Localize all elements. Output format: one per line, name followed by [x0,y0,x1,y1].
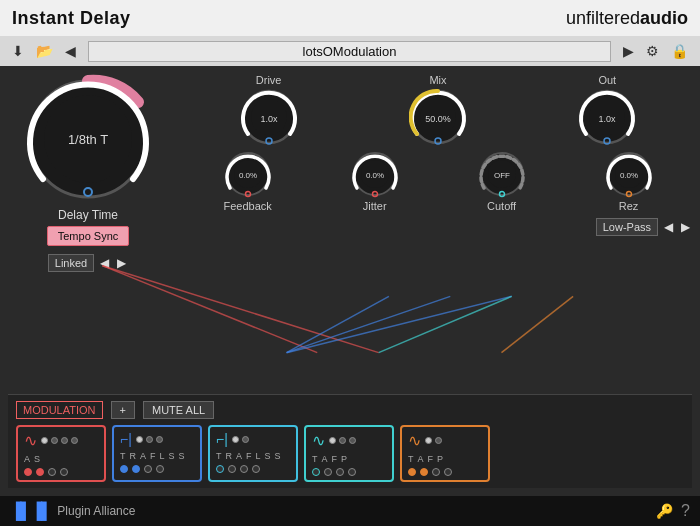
tempo-sync-button[interactable]: Tempo Sync [47,226,130,246]
mod-bottom-dot[interactable] [216,465,224,473]
mod-dot[interactable] [242,436,249,443]
feedback-knob[interactable]: 0.0% [224,150,272,198]
mod-bottom-dot[interactable] [408,468,416,476]
mod-bottom-dot[interactable] [336,468,344,476]
key-icon[interactable]: 🔑 [656,503,673,519]
feedback-group: 0.0% Feedback [223,150,271,212]
svg-text:1.0x: 1.0x [599,114,617,124]
mod-bottom-dot[interactable] [324,468,332,476]
out-label: Out [598,74,616,86]
save-icon[interactable]: ⬇ [8,41,28,61]
mod-bottom-dot[interactable] [444,468,452,476]
mod-dot[interactable] [51,437,58,444]
controls-row: 1/8th T Delay Time Tempo Sync Linked ◀ ▶ [8,74,692,394]
mod-add-button[interactable]: + [111,401,135,419]
brand-section: ▐▌▐▌ Plugin Alliance [10,502,135,520]
bottom-right: 🔑 ? [656,502,690,520]
linked-arrow-left[interactable]: ◀ [98,254,111,272]
linked-arrow-right[interactable]: ▶ [115,254,128,272]
settings-icon[interactable]: ⚙ [642,41,663,61]
mod-slot-4-bottom [312,468,386,476]
mod-dot[interactable] [41,437,48,444]
mod-dot[interactable] [61,437,68,444]
mod-slot-2: ⌐| T R A F L S S [112,425,202,482]
mod-slot-1-top: ∿ [24,431,98,450]
mix-label: Mix [429,74,446,86]
filter-type-dropdown[interactable]: Low-Pass [596,218,658,236]
mod-bottom-dot[interactable] [36,468,44,476]
mod-bottom-dot[interactable] [156,465,164,473]
mod-slot-1-bottom [24,468,98,476]
forward-icon[interactable]: ▶ [619,41,638,61]
mod-bottom-dot[interactable] [348,468,356,476]
mod-bottom-dot[interactable] [24,468,32,476]
mod-bottom-dot[interactable] [48,468,56,476]
mod-dot[interactable] [71,437,78,444]
preset-name[interactable]: lotsOModulation [88,41,611,62]
drive-label: Drive [256,74,282,86]
mod-bottom-dot[interactable] [228,465,236,473]
svg-text:1.0x: 1.0x [260,114,278,124]
linked-row: Linked ◀ ▶ [48,254,128,272]
bottom-knobs-row: 0.0% Feedback 0.0% [184,150,692,212]
mod-slot-3: ⌐| T R A F L S S [208,425,298,482]
delay-time-knob[interactable]: 1/8th T [23,74,153,204]
brand-label: Plugin Alliance [57,504,135,518]
mod-slot-2-dots [136,436,163,443]
svg-text:1/8th T: 1/8th T [68,132,108,147]
mod-dot[interactable] [435,437,442,444]
out-knob[interactable]: 1.0x [578,88,636,146]
mod-bottom-dot[interactable] [312,468,320,476]
mod-mute-button[interactable]: MUTE ALL [143,401,214,419]
mod-slot-2-bottom [120,465,194,473]
lock-icon[interactable]: 🔒 [667,41,692,61]
bottom-bar: ▐▌▐▌ Plugin Alliance 🔑 ? [0,496,700,526]
mod-bottom-dot[interactable] [252,465,260,473]
mix-knob[interactable]: 50.0% [409,88,467,146]
drive-group: Drive 1.0x [240,74,298,146]
help-button[interactable]: ? [681,502,690,520]
top-knobs-row: Drive 1.0x Mix [184,74,692,146]
mod-title: MODULATION [16,401,103,419]
modulation-section: MODULATION + MUTE ALL ∿ [8,394,692,488]
mod-bottom-dot[interactable] [420,468,428,476]
mod-slot-3-waveform: ⌐| [216,431,228,447]
brand-bars-icon: ▐▌▐▌ [10,502,51,520]
rez-knob[interactable]: 0.0% [605,150,653,198]
drive-knob[interactable]: 1.0x [240,88,298,146]
right-section: Drive 1.0x Mix [184,74,692,236]
mod-dot[interactable] [232,436,239,443]
mod-bottom-dot[interactable] [432,468,440,476]
mod-header: MODULATION + MUTE ALL [16,401,684,419]
cutoff-knob[interactable]: OFF [478,150,526,198]
mod-dot[interactable] [425,437,432,444]
svg-text:50.0%: 50.0% [425,114,451,124]
mod-dot[interactable] [136,436,143,443]
filter-arrow-left[interactable]: ◀ [662,218,675,236]
mod-bottom-dot[interactable] [120,465,128,473]
mod-bottom-dot[interactable] [144,465,152,473]
jitter-knob[interactable]: 0.0% [351,150,399,198]
linked-dropdown[interactable]: Linked [48,254,94,272]
mod-slot-2-waveform: ⌐| [120,431,132,447]
mod-slot-1-labels: A S [24,454,98,464]
mod-dot[interactable] [156,436,163,443]
mod-slots: ∿ A S [16,425,684,482]
mod-dot[interactable] [146,436,153,443]
mod-slot-3-dots [232,436,249,443]
feedback-label: Feedback [223,200,271,212]
mod-bottom-dot[interactable] [132,465,140,473]
filter-arrow-right[interactable]: ▶ [679,218,692,236]
mod-bottom-dot[interactable] [60,468,68,476]
mix-group: Mix 50.0% [409,74,467,146]
mod-dot[interactable] [329,437,336,444]
delay-time-section: 1/8th T Delay Time Tempo Sync Linked ◀ ▶ [8,74,168,272]
mod-bottom-dot[interactable] [240,465,248,473]
load-icon[interactable]: 📂 [32,41,57,61]
rez-label: Rez [619,200,639,212]
mod-dot[interactable] [339,437,346,444]
mod-slot-3-bottom [216,465,290,473]
mod-dot[interactable] [349,437,356,444]
back-icon[interactable]: ◀ [61,41,80,61]
mod-slot-3-labels: T R A F L S S [216,451,290,461]
